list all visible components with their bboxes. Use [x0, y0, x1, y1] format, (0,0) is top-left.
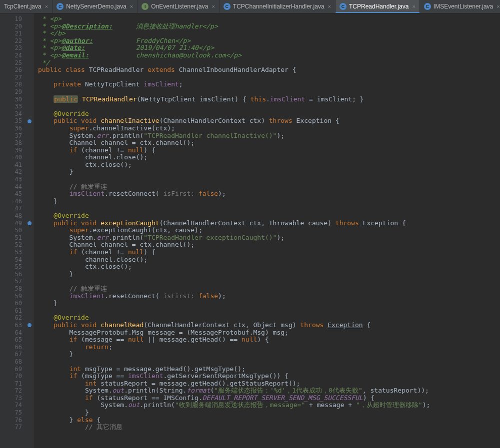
code-line[interactable]: imsClient.resetConnect( isFirst: false); — [38, 293, 500, 300]
close-icon[interactable]: × — [496, 3, 500, 9]
code-line[interactable] — [38, 74, 500, 81]
code-line[interactable]: // 触发重连 — [38, 285, 500, 293]
code-line[interactable]: if (statusReport == IMSConfig.DEFAULT_RE… — [38, 395, 500, 402]
line-number: 62 — [0, 314, 22, 322]
line-number: 76 — [0, 417, 22, 424]
code-line[interactable]: } — [38, 300, 500, 307]
line-number: 41 — [0, 161, 22, 169]
gutter-marker-slot — [25, 190, 34, 198]
override-marker-icon[interactable] — [28, 221, 32, 225]
editor-tab[interactable]: CTCPChannelInitializerHandler.java× — [220, 0, 336, 13]
line-number: 33 — [0, 103, 22, 110]
code-line[interactable]: * <p>@author: FreddyChen</p> — [38, 37, 500, 45]
gutter-marker-slot — [25, 395, 34, 402]
code-line[interactable]: int statusReport = message.getHead().get… — [38, 380, 500, 388]
code-line[interactable]: return; — [38, 344, 500, 351]
code-line[interactable]: ctx.close(); — [38, 263, 500, 271]
code-line[interactable]: public TCPReadHandler(NettyTcpClient ims… — [38, 96, 500, 103]
code-line[interactable]: public class TCPReadHandler extends Chan… — [38, 66, 500, 74]
code-line[interactable]: @Override — [38, 314, 500, 322]
override-marker-icon[interactable] — [28, 119, 32, 123]
editor-tab[interactable]: CTCPReadHandler.java× — [336, 0, 420, 13]
code-line[interactable]: if (msgType == imsClient.getServerSentRe… — [38, 373, 500, 380]
code-line[interactable]: } — [38, 271, 500, 278]
override-marker-icon[interactable] — [28, 323, 32, 327]
code-line[interactable]: Channel channel = ctx.channel(); — [38, 139, 500, 147]
code-line[interactable]: } — [38, 351, 500, 358]
code-line[interactable]: } — [38, 198, 500, 205]
close-icon[interactable]: × — [412, 3, 415, 9]
code-line[interactable] — [38, 358, 500, 366]
code-line[interactable]: imsClient.resetConnect( isFirst: false); — [38, 190, 500, 198]
code-line[interactable] — [38, 88, 500, 96]
code-line[interactable]: super.channelInactive(ctx); — [38, 125, 500, 132]
line-number: 71 — [0, 380, 22, 388]
code-line[interactable]: * </b> — [38, 30, 500, 37]
code-line[interactable]: if (channel != null) { — [38, 147, 500, 154]
code-line[interactable]: System.out.println(String.format("服务端状态报… — [38, 387, 500, 395]
code-line[interactable]: @Override — [38, 110, 500, 118]
line-number: 29 — [0, 88, 22, 96]
code-line[interactable]: * <p>@date: 2019/04/07 21:40</p> — [38, 44, 500, 52]
code-area[interactable]: * <p> * <p>@Description: 消息接收处理handler</… — [34, 13, 500, 448]
line-number: 27 — [0, 74, 22, 81]
tab-label: OnEventListener.java — [151, 3, 208, 10]
code-line[interactable]: System.out.println("收到服务端消息发送状态报告，messag… — [38, 402, 500, 409]
gutter-marker-slot — [25, 417, 34, 424]
code-line[interactable]: MessageProtobuf.Msg message = (MessagePr… — [38, 329, 500, 337]
line-number: 63 — [0, 322, 22, 329]
code-line[interactable] — [38, 307, 500, 315]
code-line[interactable]: } else { — [38, 417, 500, 424]
code-line[interactable]: super.exceptionCaught(ctx, cause); — [38, 227, 500, 234]
code-line[interactable]: System.err.println("TCPReadHandler excep… — [38, 234, 500, 242]
code-line[interactable] — [38, 103, 500, 110]
code-line[interactable]: public void exceptionCaught(ChannelHandl… — [38, 220, 500, 227]
close-icon[interactable]: × — [130, 3, 133, 9]
line-number: 47 — [0, 205, 22, 212]
code-line[interactable]: if (channel != null) { — [38, 249, 500, 256]
line-number: 52 — [0, 241, 22, 249]
line-number: 44 — [0, 183, 22, 191]
tab-label: IMSEventListener.java — [434, 3, 493, 10]
editor-tab[interactable]: TcpClient.java× — [0, 0, 52, 13]
code-line[interactable]: * <p> — [38, 15, 500, 23]
code-line[interactable] — [38, 176, 500, 183]
line-number: 39 — [0, 147, 22, 154]
code-line[interactable]: */ — [38, 59, 500, 67]
close-icon[interactable]: × — [212, 3, 214, 9]
editor-tab[interactable]: CIMSEventListener.java× — [420, 0, 500, 13]
close-icon[interactable]: × — [328, 3, 331, 9]
code-line[interactable]: public void channelInactive(ChannelHandl… — [38, 117, 500, 125]
code-line[interactable]: int msgType = message.getHead().getMsgTy… — [38, 366, 500, 373]
code-line[interactable]: ctx.close(); — [38, 161, 500, 169]
code-line[interactable]: * <p>@Description: 消息接收处理handler</p> — [38, 23, 500, 30]
code-line[interactable]: } — [38, 409, 500, 417]
code-line[interactable] — [38, 278, 500, 285]
gutter-marker-slot — [25, 351, 34, 358]
gutter-marker-slot — [25, 285, 34, 293]
code-line[interactable]: System.err.println("TCPReadHandler chann… — [38, 132, 500, 140]
code-line[interactable] — [38, 205, 500, 212]
code-line[interactable]: private NettyTcpClient imsClient; — [38, 81, 500, 88]
gutter-marker-slot — [25, 161, 34, 169]
code-line[interactable]: // 触发重连 — [38, 183, 500, 191]
line-number: 51 — [0, 234, 22, 242]
code-line[interactable]: channel.close(); — [38, 256, 500, 264]
code-line[interactable]: // 其它消息 — [38, 424, 500, 431]
code-line[interactable]: if (message == null || message.getHead()… — [38, 336, 500, 344]
line-number: 36 — [0, 125, 22, 132]
line-number: 57 — [0, 278, 22, 285]
code-line[interactable]: Channel channel = ctx.channel(); — [38, 241, 500, 249]
editor-tab[interactable]: CNettyServerDemo.java× — [52, 0, 138, 13]
interface-file-icon: I — [142, 3, 148, 10]
gutter-marker-slot — [25, 205, 34, 212]
editor-tab[interactable]: IOnEventListener.java× — [138, 0, 220, 13]
code-line[interactable]: * <p>@email: chenshichao@outlook.com</p> — [38, 52, 500, 59]
code-line[interactable]: @Override — [38, 212, 500, 220]
gutter-marker-slot — [25, 409, 34, 417]
line-number: 59 — [0, 293, 22, 300]
code-line[interactable]: public void channelRead(ChannelHandlerCo… — [38, 322, 500, 329]
code-line[interactable]: channel.close(); — [38, 154, 500, 161]
close-icon[interactable]: × — [45, 3, 48, 9]
code-line[interactable]: } — [38, 168, 500, 176]
